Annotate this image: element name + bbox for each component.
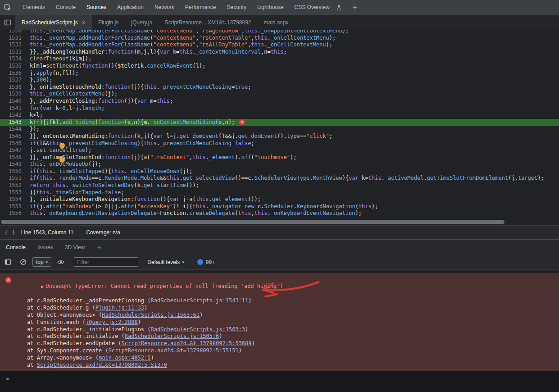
stack-link[interactable]: ScriptResource.axd?d…&t=13798092:5:55151: [109, 347, 239, 354]
code-text[interactable]: k<l;: [26, 112, 43, 119]
line-number[interactable]: 1540: [0, 98, 26, 105]
main-tab-console[interactable]: Console: [50, 0, 81, 15]
code-text[interactable]: this._eventMap.addHandlerForClassName("c…: [26, 41, 332, 49]
code-text[interactable]: this._eventMap.addHandlerForClassName("c…: [26, 30, 349, 35]
main-tab-network[interactable]: Network: [149, 0, 180, 15]
code-text[interactable]: }}this._timeSlotTapped=false;: [26, 189, 124, 196]
more-panels-button[interactable]: +: [353, 3, 357, 12]
stack-link[interactable]: RadSchedulerScripts.js:1563:3: [151, 326, 245, 333]
file-tab-radschedulerscripts-js[interactable]: RadSchedulerScripts.js×: [15, 15, 92, 30]
line-number[interactable]: 1545: [0, 133, 26, 140]
code-text[interactable]: },_addPreventClosing:function(j){var m=t…: [26, 98, 173, 105]
more-tools-button[interactable]: +: [97, 243, 101, 251]
line-number[interactable]: 1533: [0, 49, 26, 56]
line-number[interactable]: 1539: [0, 91, 26, 98]
code-text[interactable]: if(this._timeSlotTapped){this._onCellMou…: [26, 168, 192, 175]
code-text[interactable]: }},_onTimeSlotTouchEnd:function(j){a(".r…: [26, 154, 297, 161]
code-text[interactable]: if(j.attr("tabIndex")>=0||j.attr("access…: [26, 203, 378, 210]
code-text[interactable]: },500);: [26, 77, 53, 84]
drawer-tab-issues[interactable]: Issues: [37, 240, 53, 255]
main-tab-sources[interactable]: Sources: [81, 0, 112, 15]
console-sidebar-toggle-button[interactable]: [2, 259, 14, 265]
stack-link[interactable]: jQuery.js:2:2898: [86, 319, 138, 325]
line-number[interactable]: 1550: [0, 168, 26, 175]
line-number[interactable]: 1543: [0, 119, 26, 126]
line-number[interactable]: 1552: [0, 182, 26, 189]
log-levels-dropdown[interactable]: Default levels ▾: [147, 259, 184, 265]
navigator-toggle-button[interactable]: [0, 15, 15, 30]
line-number[interactable]: 1542: [0, 112, 26, 119]
main-tab-application[interactable]: Application: [112, 0, 149, 15]
code-text[interactable]: return this._switchToSelectedDay(k.get_s…: [26, 182, 199, 189]
line-number[interactable]: 1530: [0, 30, 26, 35]
code-text[interactable]: this._eventMap.addHandlerForClassName("c…: [26, 35, 336, 42]
line-number[interactable]: 1537: [0, 77, 26, 84]
horizontal-scrollbar[interactable]: [1, 220, 504, 224]
code-editor[interactable]: 1530this._eventMap.addHandlerForClassNam…: [0, 30, 559, 225]
line-number[interactable]: 1538: [0, 84, 26, 91]
line-number[interactable]: 1556: [0, 210, 26, 217]
line-number[interactable]: 1547: [0, 147, 26, 154]
code-line: 1556this._onKeyboardEventNavigationDeleg…: [0, 210, 559, 217]
line-number[interactable]: 1553: [0, 189, 26, 196]
line-number[interactable]: 1534: [0, 55, 26, 63]
coverage-label: Coverage: n/a: [86, 229, 120, 236]
file-tab-jquery-js[interactable]: jQuery.js: [125, 15, 158, 30]
file-tab-main-aspx[interactable]: main.aspx: [258, 15, 295, 30]
code-text[interactable]: },_initializeKeyboardNavigation:function…: [26, 196, 261, 203]
stack-frame: at Function.each (jQuery.js:2:2898): [0, 319, 559, 326]
main-tab-elements[interactable]: Elements: [17, 0, 50, 15]
error-message-row[interactable]: ▶Uncaught TypeError: Cannot read propert…: [0, 276, 559, 297]
stack-link[interactable]: RadSchedulerScripts.js:1505:6: [125, 333, 219, 339]
code-text[interactable]: this._onCellContextMenu(j);: [26, 91, 118, 98]
line-number[interactable]: 1532: [0, 41, 26, 49]
drawer-tab-3d-view[interactable]: 3D View: [65, 240, 85, 255]
code-text[interactable]: for(var k=0,l=j.length;: [26, 105, 105, 112]
live-expression-button[interactable]: [55, 260, 67, 265]
code-text[interactable]: if(this._renderMode==c.RenderMode.Mobile…: [26, 175, 544, 182]
code-text[interactable]: j.apply(n,[l]);: [26, 70, 78, 77]
line-number[interactable]: 1531: [0, 35, 26, 42]
line-number[interactable]: 1548: [0, 154, 26, 161]
expand-triangle-icon[interactable]: ▶: [41, 284, 44, 289]
code-text[interactable]: clearTimeout(k[m]);: [26, 55, 91, 63]
line-number[interactable]: 1536: [0, 70, 26, 77]
stack-link[interactable]: main.aspx:4852:5: [99, 355, 151, 361]
main-tab-performance[interactable]: Performance: [180, 0, 222, 15]
drawer-tab-console[interactable]: Console: [6, 240, 26, 255]
stack-link[interactable]: ScriptResource.axd?d…&t=13798092:5:51370: [37, 362, 167, 368]
console-prompt[interactable]: >: [0, 375, 559, 382]
code-text[interactable]: k++){j[k].add_hiding(function(o,n){m._on…: [26, 119, 235, 126]
line-number[interactable]: 1554: [0, 196, 26, 203]
code-text[interactable]: },_onTimeSlotTouchHold:function(j){this.…: [26, 84, 251, 91]
stack-link[interactable]: RadSchedulerScripts.js:1563:61: [102, 312, 200, 318]
code-text[interactable]: j.set_cancel(true);: [26, 147, 91, 154]
stack-link[interactable]: RadSchedulerScripts.js:1543:11: [151, 297, 249, 304]
javascript-context-selector[interactable]: top ▾: [32, 257, 51, 267]
line-number[interactable]: 1535: [0, 63, 26, 70]
console-filter-input[interactable]: [74, 257, 138, 267]
issues-counter[interactable]: 99+: [197, 259, 215, 265]
main-tab-security[interactable]: Security: [222, 0, 252, 15]
code-text[interactable]: }},_onContextMenuHiding:function(k,j){va…: [26, 133, 332, 140]
pretty-print-icon[interactable]: { }: [5, 229, 16, 236]
line-number[interactable]: 1555: [0, 203, 26, 210]
line-number[interactable]: 1551: [0, 175, 26, 182]
line-number[interactable]: 1546: [0, 140, 26, 147]
file-tab-scriptresource-xm1-t-13798092[interactable]: ScriptResource....XM1&t=13798092: [159, 15, 258, 30]
file-tab-plugin-js[interactable]: Plugin.js: [92, 15, 125, 30]
line-number[interactable]: 1541: [0, 105, 26, 112]
main-tab-lighthouse[interactable]: Lighthouse: [252, 0, 289, 15]
stack-link[interactable]: ScriptResource.axd?d…&t=13798092:5:53689: [122, 340, 252, 346]
code-text[interactable]: this._onKeyboardEventNavigationDelegate=…: [26, 210, 362, 217]
line-number[interactable]: 1544: [0, 126, 26, 133]
code-text[interactable]: });: [26, 126, 40, 133]
stack-link[interactable]: Plugin.js:11:33: [95, 305, 144, 311]
main-tab-css-overview[interactable]: CSS Overview: [289, 0, 335, 15]
inspect-element-button[interactable]: [0, 0, 15, 15]
clear-console-button[interactable]: [17, 259, 29, 265]
line-number[interactable]: 1549: [0, 161, 26, 168]
code-text[interactable]: }},_addLongTouchHandler:function(m,j,l){…: [26, 49, 287, 56]
close-tab-icon[interactable]: ×: [82, 19, 86, 26]
code-text[interactable]: k[m]=setTimeout(function(){$telerik.canc…: [26, 63, 205, 70]
